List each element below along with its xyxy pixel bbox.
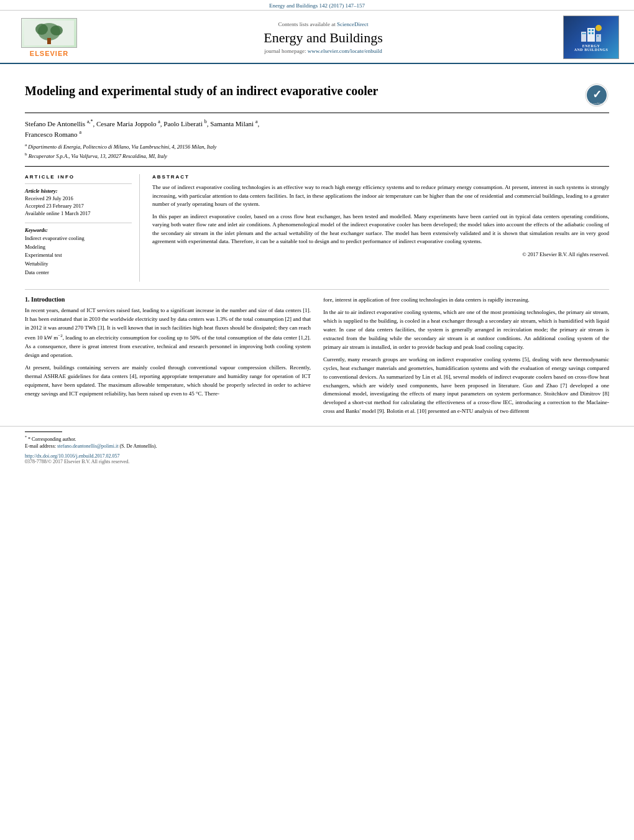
- accepted-date: Accepted 23 February 2017: [25, 203, 132, 210]
- svg-rect-8: [596, 34, 601, 42]
- intro-p5: Currently, many research groups are work…: [323, 356, 609, 417]
- article-history-label: Article history:: [25, 188, 132, 194]
- sciencedirect-link[interactable]: ScienceDirect: [337, 21, 368, 27]
- footnote-divider: [25, 432, 62, 432]
- svg-point-16: [595, 25, 602, 31]
- svg-rect-2: [47, 38, 51, 44]
- section-divider: [25, 289, 609, 290]
- received-date: Received 29 July 2016: [25, 195, 132, 203]
- svg-rect-10: [584, 33, 586, 34]
- svg-rect-15: [597, 35, 599, 37]
- elsevier-logo-box: [21, 18, 77, 48]
- body-col-right: fore, interest in application of free co…: [323, 296, 609, 420]
- svg-point-4: [50, 25, 63, 35]
- doi-link[interactable]: http://dx.doi.org/10.1016/j.enbuild.2017…: [25, 453, 120, 459]
- svg-rect-13: [589, 32, 590, 34]
- keywords-list: Indirect evaporative cooling Modeling Ex…: [25, 234, 132, 277]
- keywords-label: Keywords:: [25, 227, 132, 233]
- corresponding-author-note: * * Corresponding author. E-mail address…: [25, 435, 609, 450]
- svg-point-3: [35, 24, 48, 35]
- intro-p1: In recent years, demand of ICT services …: [25, 307, 311, 360]
- article-info-abstract: ARTICLE INFO Article history: Received 2…: [25, 174, 609, 282]
- keyword-5: Data center: [25, 269, 132, 277]
- body-col-left: 1. Introduction In recent years, demand …: [25, 296, 311, 420]
- issn-line: 0378-7788/© 2017 Elsevier B.V. All right…: [25, 459, 609, 464]
- svg-text:✓: ✓: [592, 88, 602, 101]
- journal-header: ELSEVIER Contents lists available at Sci…: [0, 11, 634, 64]
- author-email[interactable]: stefano.deantonellis@polimi.it: [57, 443, 118, 449]
- intro-p4: In the air to air indirect evaporative c…: [323, 308, 609, 352]
- abstract-section: ABSTRACT The use of indirect evaporative…: [152, 174, 609, 282]
- elsevier-label: ELSEVIER: [30, 50, 68, 57]
- paper-content: Modeling and experimental study of an in…: [0, 64, 634, 282]
- available-date: Available online 1 March 2017: [25, 210, 132, 218]
- journal-homepage: journal homepage: www.elsevier.com/locat…: [83, 48, 563, 54]
- elsevier-logo: ELSEVIER: [15, 18, 83, 57]
- abstract-p2: In this paper an indirect evaporative co…: [152, 213, 609, 246]
- doi-line: http://dx.doi.org/10.1016/j.enbuild.2017…: [25, 453, 609, 459]
- contents-lists: Contents lists available at ScienceDirec…: [83, 21, 563, 27]
- top-bar: Energy and Buildings 142 (2017) 147–157: [0, 0, 634, 11]
- journal-title-center: Contents lists available at ScienceDirec…: [83, 21, 563, 54]
- journal-citation: Energy and Buildings 142 (2017) 147–157: [269, 2, 365, 9]
- intro-p3: fore, interest in application of free co…: [323, 296, 609, 305]
- affiliation-a: Dipartimento di Energia, Politecnico di …: [28, 144, 216, 150]
- svg-text:CrossMark: CrossMark: [590, 102, 604, 105]
- body-text: 1. Introduction In recent years, demand …: [0, 296, 634, 420]
- article-title-section: Modeling and experimental study of an in…: [25, 74, 609, 118]
- svg-rect-14: [592, 32, 594, 34]
- svg-rect-11: [589, 29, 590, 31]
- journal-logo-right: ENERGYAND BUILDINGS: [563, 16, 619, 59]
- keywords-group: Keywords: Indirect evaporative cooling M…: [25, 227, 132, 277]
- affiliations: a Dipartimento di Energia, Politecnico d…: [25, 142, 609, 167]
- email-suffix: (S. De Antonellis).: [119, 443, 157, 449]
- email-label: E-mail address:: [25, 443, 57, 449]
- keyword-4: Wettability: [25, 260, 132, 269]
- intro-p2: At present, buildings containing servers…: [25, 364, 311, 399]
- abstract-header: ABSTRACT: [152, 174, 609, 180]
- intro-heading: 1. Introduction: [25, 296, 311, 303]
- keyword-2: Modeling: [25, 243, 132, 252]
- article-info-header: ARTICLE INFO: [25, 174, 132, 180]
- svg-rect-12: [592, 29, 594, 31]
- svg-rect-9: [582, 33, 584, 34]
- copyright: © 2017 Elsevier B.V. All rights reserved…: [152, 251, 609, 257]
- authors: Stefano De Antonellis a,*, Cesare Maria …: [25, 118, 609, 139]
- article-history-group: Article history: Received 29 July 2016 A…: [25, 188, 132, 218]
- keyword-3: Experimental test: [25, 251, 132, 260]
- crossmark-logo: ✓ CrossMark: [584, 83, 609, 108]
- keyword-1: Indirect evaporative cooling: [25, 234, 132, 243]
- article-info: ARTICLE INFO Article history: Received 2…: [25, 174, 140, 282]
- svg-rect-7: [587, 28, 595, 42]
- journal-title: Energy and Buildings: [83, 30, 563, 46]
- journal-logo-text: ENERGYAND BUILDINGS: [574, 44, 609, 52]
- elsevier-tree-svg: [24, 21, 74, 45]
- homepage-link[interactable]: www.elsevier.com/locate/enbuild: [308, 48, 382, 54]
- abstract-p1: The use of indirect evaporative cooling …: [152, 183, 609, 209]
- article-title: Modeling and experimental study of an in…: [25, 83, 574, 99]
- energy-buildings-icon: [579, 23, 604, 43]
- affiliation-b: Recuperator S.p.A., Via Valfurva, 13, 20…: [29, 153, 167, 159]
- paper-footer: * * Corresponding author. E-mail address…: [0, 426, 634, 469]
